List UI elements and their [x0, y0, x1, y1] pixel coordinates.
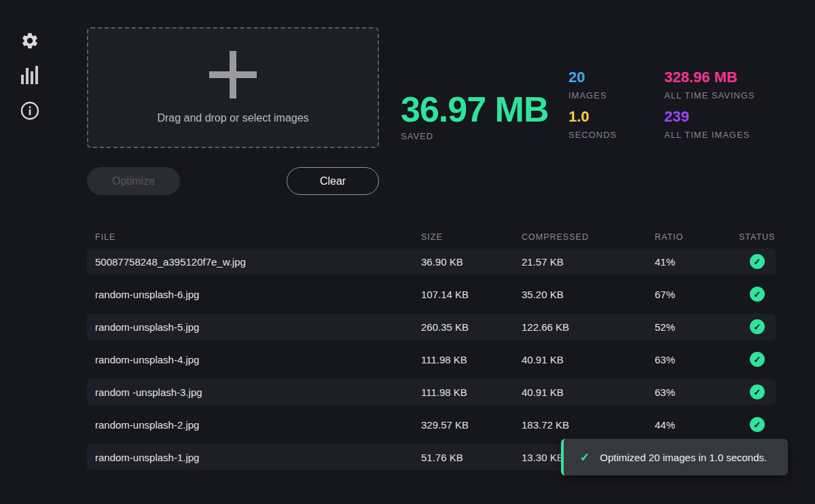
saved-label: SAVED — [401, 128, 548, 145]
col-header-file: FILE — [95, 232, 421, 242]
sidebar-item-settings[interactable] — [20, 31, 39, 50]
success-status-icon: ✓ — [750, 254, 765, 269]
cell-ratio: 63% — [655, 386, 739, 398]
table-row: random -unsplash-3.jpg111.98 KB40.91 KB6… — [87, 379, 776, 405]
table-row: random-unsplash-6.jpg107.14 KB35.20 KB67… — [87, 281, 776, 307]
seconds-value: 1.0 — [568, 107, 617, 126]
cell-size: 51.76 KB — [421, 452, 522, 463]
cell-compressed: 21.57 KB — [522, 256, 655, 268]
success-status-icon: ✓ — [750, 352, 765, 367]
cell-file: 50087758248_a395120f7e_w.jpg — [95, 256, 421, 268]
success-status-icon: ✓ — [750, 417, 765, 432]
table-row: random-unsplash-5.jpg260.35 KB122.66 KB5… — [87, 314, 776, 340]
cell-file: random-unsplash-2.jpg — [95, 419, 421, 431]
plus-icon — [209, 51, 257, 98]
saved-value: 36.97 MB — [401, 91, 548, 128]
cell-ratio: 41% — [655, 256, 739, 268]
cell-size: 260.35 KB — [421, 321, 522, 333]
images-value: 20 — [568, 68, 617, 87]
bar-chart-icon — [20, 65, 39, 86]
all-time-savings-label: ALL TIME SAVINGS — [664, 87, 755, 105]
table-header: FILE SIZE COMPRESSED RATIO STATUS — [87, 226, 776, 249]
table-body: 50087758248_a395120f7e_w.jpg36.90 KB21.5… — [87, 249, 776, 470]
sidebar-item-stats[interactable] — [20, 65, 39, 86]
dropzone-label: Drag and drop or select images — [157, 112, 308, 124]
cell-file: random-unsplash-6.jpg — [95, 289, 421, 300]
cell-ratio: 44% — [655, 419, 739, 431]
success-status-icon: ✓ — [750, 319, 765, 334]
cell-size: 111.98 KB — [421, 354, 522, 365]
stat-column-session: 20 IMAGES 1.0 SECONDS — [568, 68, 617, 147]
cell-compressed: 122.66 KB — [522, 321, 655, 333]
cell-file: random-unsplash-1.jpg — [95, 452, 421, 463]
table-row: random-unsplash-2.jpg329.57 KB183.72 KB4… — [87, 412, 776, 437]
col-header-compressed: COMPRESSED — [522, 232, 655, 242]
cell-ratio: 52% — [655, 321, 739, 333]
cell-size: 329.57 KB — [421, 419, 522, 431]
stat-saved: 36.97 MB SAVED — [401, 91, 548, 145]
images-label: IMAGES — [568, 87, 617, 105]
optimize-button[interactable]: Optimize — [87, 167, 180, 195]
cell-compressed: 35.20 KB — [522, 289, 655, 300]
cell-compressed: 40.91 KB — [522, 386, 655, 398]
cell-file: random-unsplash-5.jpg — [95, 321, 421, 333]
toast-check-icon: ✓ — [580, 450, 590, 465]
success-status-icon: ✓ — [750, 287, 765, 302]
table-row: random-unsplash-4.jpg111.98 KB40.91 KB63… — [87, 346, 776, 372]
clear-button[interactable]: Clear — [287, 167, 379, 195]
success-status-icon: ✓ — [750, 384, 765, 399]
cell-file: random -unsplash-3.jpg — [95, 386, 421, 398]
info-icon — [20, 101, 39, 120]
all-time-images-label: ALL TIME IMAGES — [664, 126, 755, 144]
stat-column-alltime: 328.96 MB ALL TIME SAVINGS 239 ALL TIME … — [664, 68, 755, 147]
cell-size: 107.14 KB — [421, 289, 522, 300]
cell-compressed: 183.72 KB — [522, 419, 655, 431]
cell-file: random-unsplash-4.jpg — [95, 354, 421, 365]
dropzone[interactable]: Drag and drop or select images — [87, 27, 379, 148]
col-header-ratio: RATIO — [655, 232, 739, 242]
all-time-images-value: 239 — [664, 107, 755, 126]
col-header-status: STATUS — [739, 232, 775, 242]
seconds-label: SECONDS — [568, 126, 617, 144]
cell-size: 111.98 KB — [421, 386, 522, 398]
col-header-size: SIZE — [421, 232, 522, 242]
table-row: 50087758248_a395120f7e_w.jpg36.90 KB21.5… — [87, 249, 776, 274]
gear-icon — [20, 31, 39, 50]
cell-compressed: 40.91 KB — [522, 354, 655, 365]
success-toast: ✓ Optimized 20 images in 1.0 seconds. — [561, 439, 788, 475]
toast-message: Optimized 20 images in 1.0 seconds. — [600, 452, 767, 463]
cell-size: 36.90 KB — [421, 256, 522, 268]
cell-ratio: 63% — [655, 354, 739, 365]
all-time-savings-value: 328.96 MB — [664, 68, 755, 87]
cell-ratio: 67% — [655, 289, 739, 300]
sidebar-item-about[interactable] — [20, 101, 39, 120]
